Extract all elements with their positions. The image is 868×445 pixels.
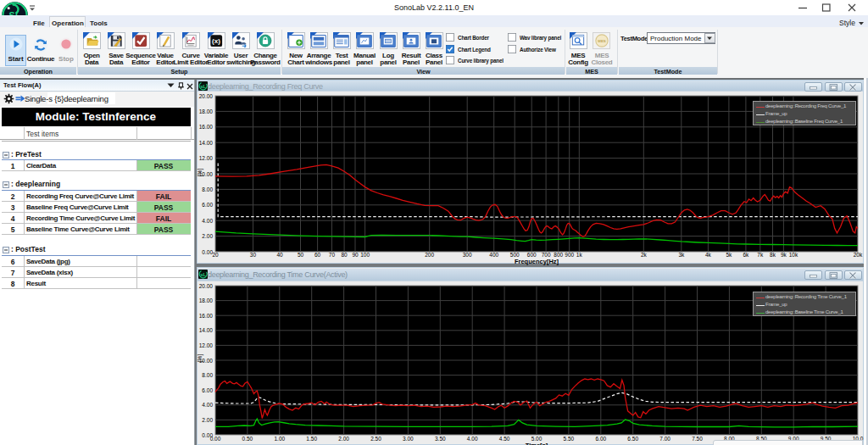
svg-text:(x): (x) bbox=[212, 37, 220, 45]
svg-text:sL: sL bbox=[200, 84, 206, 89]
svg-text:MES: MES bbox=[598, 39, 605, 43]
svg-text:sL: sL bbox=[200, 272, 206, 277]
